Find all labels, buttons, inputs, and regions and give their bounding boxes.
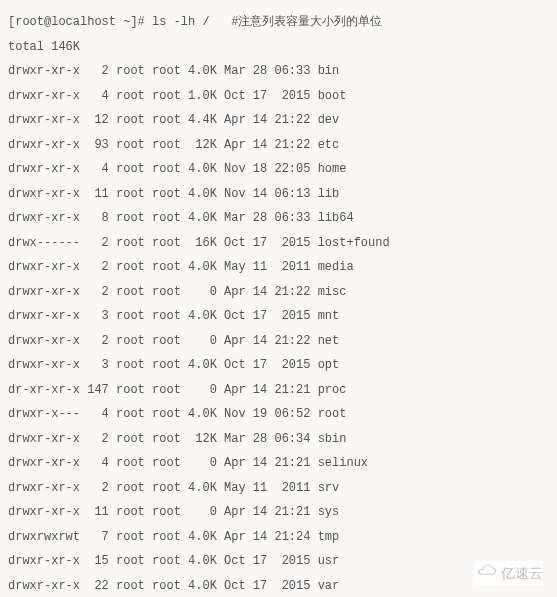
list-item: drwxr-xr-x 8 root root 4.0K Mar 28 06:33… — [8, 206, 549, 231]
cloud-icon — [475, 561, 497, 586]
list-item: drwxr-xr-x 2 root root 4.0K Mar 28 06:33… — [8, 59, 549, 84]
list-item: drwxr-xr-x 93 root root 12K Apr 14 21:22… — [8, 133, 549, 158]
list-item: drwxr-xr-x 2 root root 0 Apr 14 21:22 mi… — [8, 280, 549, 305]
list-item: drwxr-xr-x 11 root root 4.0K Nov 14 06:1… — [8, 182, 549, 207]
command-comment: #注意列表容量大小列的单位 — [231, 15, 382, 29]
total-line: total 146K — [8, 35, 549, 60]
list-item: drwx------ 2 root root 16K Oct 17 2015 l… — [8, 231, 549, 256]
list-item: drwxr-xr-x 2 root root 12K Mar 28 06:34 … — [8, 427, 549, 452]
list-item: dr-xr-xr-x 147 root root 0 Apr 14 21:21 … — [8, 378, 549, 403]
list-item: drwxr-xr-x 11 root root 0 Apr 14 21:21 s… — [8, 500, 549, 525]
list-item: drwxr-x--- 4 root root 4.0K Nov 19 06:52… — [8, 402, 549, 427]
list-item: drwxr-xr-x 4 root root 0 Apr 14 21:21 se… — [8, 451, 549, 476]
prompt-line: [root@localhost ~]# ls -lh / #注意列表容量大小列的… — [8, 10, 549, 35]
spacer — [210, 15, 232, 29]
list-item: drwxr-xr-x 15 root root 4.0K Oct 17 2015… — [8, 549, 549, 574]
list-item: drwxr-xr-x 3 root root 4.0K Oct 17 2015 … — [8, 353, 549, 378]
list-item: drwxr-xr-x 12 root root 4.4K Apr 14 21:2… — [8, 108, 549, 133]
total-label: total — [8, 40, 51, 54]
list-item: drwxr-xr-x 2 root root 4.0K May 11 2011 … — [8, 255, 549, 280]
watermark-text: 亿速云 — [501, 561, 543, 586]
watermark: 亿速云 — [475, 561, 543, 586]
list-item: drwxr-xr-x 2 root root 4.0K May 11 2011 … — [8, 476, 549, 501]
list-item: drwxr-xr-x 2 root root 0 Apr 14 21:22 ne… — [8, 329, 549, 354]
list-item: drwxr-xr-x 3 root root 4.0K Oct 17 2015 … — [8, 304, 549, 329]
list-item: drwxr-xr-x 4 root root 4.0K Nov 18 22:05… — [8, 157, 549, 182]
command-text: ls -lh / — [152, 15, 210, 29]
list-item: drwxr-xr-x 4 root root 1.0K Oct 17 2015 … — [8, 84, 549, 109]
shell-prompt: [root@localhost ~]# — [8, 15, 152, 29]
total-value: 146K — [51, 40, 80, 54]
list-item: drwxr-xr-x 22 root root 4.0K Oct 17 2015… — [8, 574, 549, 598]
directory-listing: drwxr-xr-x 2 root root 4.0K Mar 28 06:33… — [8, 59, 549, 597]
list-item: drwxrwxrwt 7 root root 4.0K Apr 14 21:24… — [8, 525, 549, 550]
